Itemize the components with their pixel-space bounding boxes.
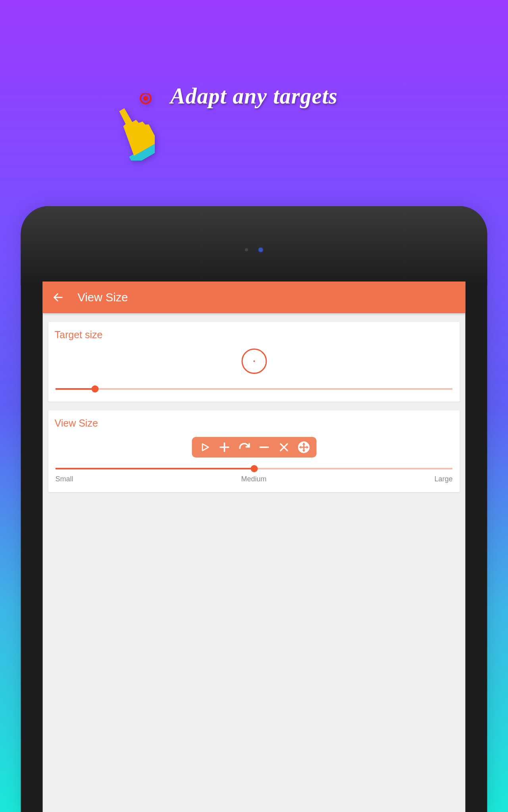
view-size-title: View Size bbox=[55, 417, 454, 429]
view-slider-thumb[interactable] bbox=[250, 465, 258, 472]
label-small: Small bbox=[56, 475, 73, 483]
back-arrow-icon[interactable] bbox=[50, 289, 67, 306]
label-medium: Medium bbox=[241, 475, 266, 483]
move-icon bbox=[297, 441, 310, 454]
app-bar-title: View Size bbox=[78, 291, 128, 304]
view-size-card: View Size bbox=[48, 410, 460, 492]
play-icon bbox=[198, 441, 211, 454]
svg-point-2 bbox=[143, 96, 148, 101]
view-size-slider[interactable] bbox=[56, 465, 453, 473]
tablet-device-frame: View Size Target size View Size bbox=[21, 206, 487, 812]
target-slider-thumb[interactable] bbox=[92, 385, 99, 393]
tablet-sensors bbox=[245, 247, 264, 253]
promo-banner: Adapt any targets bbox=[0, 83, 508, 109]
target-slider-fill bbox=[56, 388, 95, 390]
pointer-hand-icon bbox=[107, 93, 155, 161]
close-icon bbox=[277, 441, 290, 454]
view-slider-labels: Small Medium Large bbox=[56, 475, 453, 483]
label-large: Large bbox=[434, 475, 452, 483]
svg-rect-6 bbox=[300, 447, 307, 448]
promo-title: Adapt any targets bbox=[170, 83, 337, 109]
target-circle-icon bbox=[241, 349, 267, 374]
toolbar-preview bbox=[55, 437, 454, 458]
minus-icon bbox=[258, 441, 270, 454]
toolbar-box bbox=[192, 437, 316, 458]
target-size-slider[interactable] bbox=[56, 385, 453, 393]
target-size-card: Target size bbox=[48, 322, 460, 402]
plus-icon bbox=[218, 441, 231, 454]
tablet-screen: View Size Target size View Size bbox=[43, 282, 466, 812]
app-bar: View Size bbox=[43, 282, 466, 313]
target-preview bbox=[55, 349, 454, 374]
target-size-title: Target size bbox=[55, 329, 454, 341]
redo-icon bbox=[238, 441, 250, 454]
view-slider-fill bbox=[56, 468, 254, 469]
